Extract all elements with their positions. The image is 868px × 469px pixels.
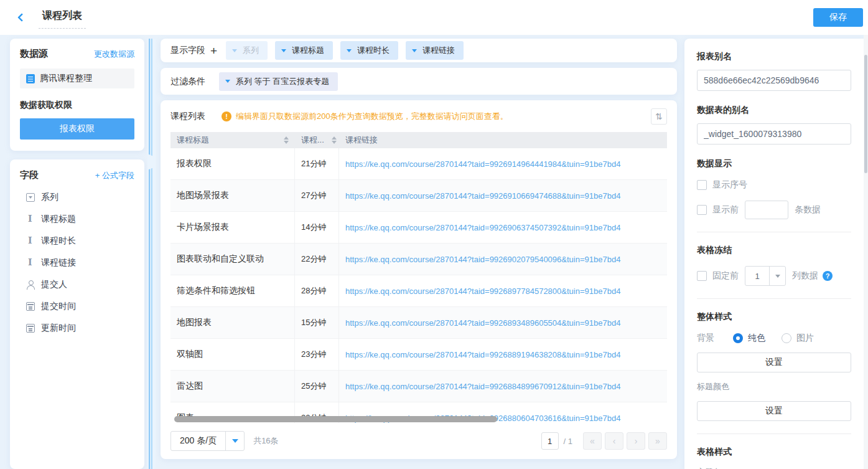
cell-course-link: https://ke.qq.com/course/2870144?taid=99… [339,339,667,370]
show-first-label: 显示前 [712,204,739,216]
row-limit-input[interactable] [745,201,788,219]
solid-color-radio[interactable] [733,333,743,343]
table-row: 筛选条件和筛选按钮 28分钟 https://ke.qq.com/course/… [170,275,667,307]
left-sidebar: 数据源 更改数据源 腾讯课程整理 数据获取权限 报表权限 字段 + 公式字段 系… [10,39,144,469]
show-index-checkbox[interactable] [697,180,707,190]
change-datasource-link[interactable]: 更改数据源 [94,49,134,60]
table-alias-label: 数据表的别名 [697,105,851,116]
report-permission-button[interactable]: 报表权限 [20,118,134,140]
freeze-columns-checkbox[interactable] [697,271,707,281]
access-title: 数据获取权限 [20,100,134,111]
freeze-count-select[interactable]: 1 [745,266,786,286]
cell-course-link: https://ke.qq.com/course/2870144?taid=99… [339,212,667,243]
course-link[interactable]: https://ke.qq.com/course/2870144?taid=99… [345,287,620,296]
save-button[interactable]: 保存 [813,8,863,27]
course-link[interactable]: https://ke.qq.com/course/2870144?taid=99… [345,191,620,201]
display-fields-label: 显示字段 [170,45,205,56]
add-field-icon[interactable]: + [210,45,217,57]
content-area: 数据源 更改数据源 腾讯课程整理 数据获取权限 报表权限 字段 + 公式字段 系… [0,35,868,469]
field-tag[interactable]: 系列 [226,41,268,60]
page-size-value: 200 条/页 [171,435,225,447]
filter-condition-label: 系列 等于 百宝云报表专题 [236,76,329,87]
course-link[interactable]: https://ke.qq.com/course/2870144?taid=99… [345,255,620,264]
last-page-button[interactable]: » [648,432,667,450]
pagination-bar: 200 条/页 共16条 / 1 « ‹ › » [170,423,667,453]
page-scrollbar-thumb[interactable] [864,55,867,173]
course-link[interactable]: https://ke.qq.com/course/2870144?taid=99… [345,159,620,169]
background-set-button[interactable]: 设置 [697,353,851,372]
field-item[interactable]: 提交人 [20,279,134,290]
report-alias-input[interactable] [697,70,851,91]
page-scrollbar[interactable] [864,35,868,469]
column-header-label: 课程标题 [177,135,209,146]
panel-divider[interactable] [147,39,156,469]
filter-bar: 过滤条件 系列 等于 百宝云报表专题 [161,68,677,95]
column-header[interactable]: 课程标题 [170,132,295,148]
cell-course-title: 卡片场景报表 [170,212,295,243]
next-page-button[interactable]: › [627,432,645,450]
display-fields-tags: 系列 课程标题 课程时长 课程链接 [226,41,471,60]
field-tag[interactable]: 课程标题 [275,41,333,60]
first-page-button[interactable]: « [583,432,602,450]
image-radio[interactable] [782,333,791,343]
field-type-icon [26,193,35,202]
sort-order-button[interactable]: ⇅ [651,108,667,125]
course-link[interactable]: https://ke.qq.com/course/2870144?taid=99… [345,223,620,232]
course-table: 课程标题 课程... 课程链接 [170,132,667,423]
column-header-label: 课程链接 [345,135,378,146]
title-color-set-button[interactable]: 设置 [697,401,851,421]
fields-title: 字段 [20,169,39,181]
filter-condition-tag[interactable]: 系列 等于 百宝云报表专题 [219,72,338,91]
sort-icon[interactable] [280,136,289,144]
horizontal-scrollbar[interactable] [170,415,667,423]
collapse-handle-icon[interactable] [147,154,156,170]
course-link[interactable]: https://ke.qq.com/course/2870144?taid=99… [345,350,620,359]
field-label: 课程时长 [41,235,76,247]
help-icon[interactable]: ? [823,271,833,281]
field-item[interactable]: 课程链接 [20,257,134,268]
warning-text: 编辑界面只取数据源前200条作为查询数据预览，完整数据请访问页面查看。 [236,111,508,122]
cell-course-title: 地图报表 [170,307,295,338]
field-type-icon [26,280,35,289]
field-item[interactable]: 课程标题 [20,214,134,225]
table-row: 图表联动和自定义联动 22分钟 https://ke.qq.com/course… [170,244,667,275]
sort-icon[interactable] [328,136,337,144]
cell-course-link: https://ke.qq.com/course/2870144?taid=99… [339,180,667,211]
document-icon [26,74,35,83]
horizontal-scrollbar-thumb[interactable] [174,416,497,422]
page-number-input[interactable] [541,432,559,450]
cell-course-title: 筛选条件和筛选按钮 [170,275,295,306]
cell-course-duration: 15分钟 [295,307,339,338]
warning-icon: ! [222,111,231,121]
course-link[interactable]: https://ke.qq.com/course/2870144?taid=99… [345,318,620,328]
add-formula-field-link[interactable]: + 公式字段 [95,170,134,181]
chevron-down-icon [769,267,785,285]
page-size-select[interactable]: 200 条/页 [170,431,245,451]
course-link[interactable]: https://ke.qq.com/course/2870144?taid=99… [345,382,620,391]
image-label: 图片 [796,333,814,344]
fields-panel: 字段 + 公式字段 系列 课程标题 [10,159,144,469]
column-header[interactable]: 课程链接 [339,132,667,148]
field-item[interactable]: 提交时间 [20,301,134,312]
datasource-item[interactable]: 腾讯课程整理 [20,69,134,88]
field-type-icon [26,324,35,333]
cell-course-duration: 14分钟 [295,212,339,243]
field-item[interactable]: 更新时间 [20,323,134,334]
cell-course-duration: 21分钟 [295,148,339,179]
prev-page-button[interactable]: ‹ [605,432,623,450]
field-tag[interactable]: 课程链接 [406,41,464,60]
field-label: 提交时间 [41,301,76,312]
field-item[interactable]: 系列 [20,192,134,203]
back-button[interactable] [14,9,30,26]
cell-course-title: 地图场景报表 [170,180,295,211]
table-header-row: 课程标题 课程... 课程链接 [170,132,667,148]
table-style-title: 表格样式 [697,447,851,458]
freeze-count-value: 1 [745,272,769,281]
cell-course-duration: 28分钟 [295,275,339,306]
field-item[interactable]: 课程时长 [20,235,134,247]
field-tag[interactable]: 课程时长 [340,41,398,60]
column-header[interactable]: 课程... [295,132,339,148]
show-first-checkbox[interactable] [697,205,707,215]
table-row: 雷达图 25分钟 https://ke.qq.com/course/287014… [170,371,667,402]
table-alias-input[interactable] [697,123,851,144]
